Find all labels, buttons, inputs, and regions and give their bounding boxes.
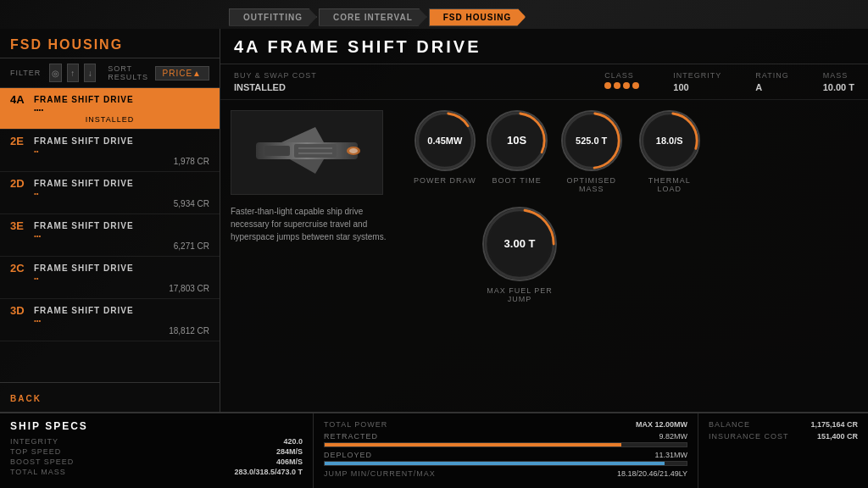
- tab-outfitting[interactable]: OUTFITTING: [229, 8, 317, 26]
- item-class-2: 2D: [10, 177, 27, 190]
- sort-value: PRICE: [163, 69, 193, 78]
- balance-row: BALANCE 1,175,164 CR: [709, 420, 858, 429]
- item-name-0: FRAME SHIFT DRIVE: [34, 95, 134, 104]
- deployed-bar-bg: [324, 461, 687, 466]
- filter-label: FILTER: [10, 69, 41, 77]
- item-installed-0: INSTALLED: [10, 115, 209, 124]
- deployed-value: 11.31MW: [654, 451, 687, 459]
- list-item-3[interactable]: 3E FRAME SHIFT DRIVE ••• 6,271 CR: [0, 214, 220, 257]
- specs-title: SHIP SPECS: [10, 420, 303, 432]
- retracted-label: RETRACTED: [324, 432, 378, 441]
- top-nav: OUTFITTING CORE INTERVAL FSD HOUSING: [0, 0, 868, 29]
- item-dots-5: •••: [34, 317, 209, 324]
- stat-boot-time: 10S BOOT TIME: [487, 110, 548, 185]
- spec-total-mass-value: 283.0/318.5/473.0 T: [234, 468, 303, 476]
- list-item-4[interactable]: 2C FRAME SHIFT DRIVE •• 17,803 CR: [0, 257, 220, 299]
- spec-total-mass-label: TOTAL MASS: [10, 468, 66, 476]
- retracted-label-row: RETRACTED 9.82MW: [324, 432, 687, 441]
- item-dots-3: •••: [34, 232, 209, 240]
- spec-top-speed-value: 284M/S: [276, 447, 303, 456]
- item-name-4: FRAME SHIFT DRIVE: [34, 263, 134, 273]
- filter-btn-desc[interactable]: ↓: [84, 64, 96, 82]
- ship-specs: SHIP SPECS INTEGRITY 420.0 TOP SPEED 284…: [0, 412, 868, 488]
- spec-boost-speed: BOOST SPEED 406M/S: [10, 458, 303, 466]
- fuel-circle: 3.00 T: [482, 207, 557, 281]
- item-dots-4: ••: [34, 274, 209, 282]
- mass-group: MASS 10.00 T: [823, 71, 854, 92]
- retracted-bar-fill: [325, 443, 621, 446]
- sort-select[interactable]: PRICE ▲: [155, 66, 209, 80]
- item-description: Faster-than-light capable ship drive nec…: [231, 205, 397, 243]
- main-panel: 4A FRAME SHIFT DRIVE BUY & SWAP COST INS…: [220, 29, 868, 412]
- integrity-value: 100: [673, 82, 721, 92]
- tab-core-interval[interactable]: CORE INTERVAL: [319, 8, 427, 26]
- optimised-mass-value: 525.0 T: [576, 136, 607, 146]
- stats-area: 0.45MW POWER DRAW 10S: [407, 100, 868, 412]
- list-item-0[interactable]: 4A FRAME SHIFT DRIVE •••• INSTALLED: [0, 88, 220, 130]
- item-price-3: 6,271 CR: [10, 241, 209, 251]
- buy-swap-group: BUY & SWAP COST INSTALLED: [234, 71, 317, 92]
- rating-group: RATING A: [755, 71, 788, 92]
- class-label: CLASS: [604, 71, 639, 80]
- panel-meta: BUY & SWAP COST INSTALLED CLASS INTEGRIT…: [220, 64, 868, 100]
- max-power-value: MAX 12.00MW: [636, 420, 687, 429]
- rating-label: RATING: [755, 71, 788, 80]
- mass-value: 10.00 T: [823, 82, 854, 92]
- item-dots-1: ••: [34, 147, 209, 155]
- item-image-area: Faster-than-light capable ship drive nec…: [220, 100, 407, 412]
- item-price-2: 5,934 CR: [10, 199, 209, 208]
- svg-rect-5: [264, 146, 290, 156]
- spec-top-speed-label: TOP SPEED: [10, 447, 61, 456]
- panel-title: 4A FRAME SHIFT DRIVE: [234, 37, 854, 57]
- item-name-3: FRAME SHIFT DRIVE: [34, 221, 134, 230]
- fuel-label: MAX FUEL PER JUMP: [481, 286, 558, 303]
- content-area: FSD HOUSING FILTER ◎ ↑ ↓ SORT RESULTS PR…: [0, 29, 868, 412]
- specs-middle: TOTAL POWER MAX 12.00MW RETRACTED 9.82MW…: [314, 413, 698, 488]
- list-item-5[interactable]: 3D FRAME SHIFT DRIVE ••• 18,812 CR: [0, 299, 220, 341]
- svg-marker-2: [290, 159, 324, 174]
- svg-point-4: [349, 148, 358, 153]
- rating-value: A: [755, 82, 788, 92]
- filter-btn-target[interactable]: ◎: [49, 64, 61, 82]
- list-item-2[interactable]: 2D FRAME SHIFT DRIVE •• 5,934 CR: [0, 172, 220, 214]
- stats-row-1: 0.45MW POWER DRAW 10S: [414, 110, 861, 193]
- item-name-1: FRAME SHIFT DRIVE: [34, 136, 134, 146]
- spec-total-mass: TOTAL MASS 283.0/318.5/473.0 T: [10, 468, 303, 476]
- specs-right: BALANCE 1,175,164 CR INSURANCE COST 151,…: [698, 413, 868, 488]
- retracted-value: 9.82MW: [659, 432, 687, 441]
- item-name-2: FRAME SHIFT DRIVE: [34, 179, 134, 188]
- retracted-power-row: RETRACTED 9.82MW: [324, 432, 687, 447]
- mass-label: MASS: [823, 71, 854, 80]
- back-button[interactable]: BACK: [0, 382, 220, 412]
- sidebar-title: FSD HOUSING: [10, 37, 209, 53]
- item-price-5: 18,812 CR: [10, 326, 209, 336]
- sidebar: FSD HOUSING FILTER ◎ ↑ ↓ SORT RESULTS PR…: [0, 29, 220, 412]
- insurance-value: 151,400 CR: [817, 432, 858, 441]
- fsd-svg: [248, 119, 366, 186]
- thermal-load-circle: 18.0/S: [639, 110, 700, 171]
- buy-swap-label: BUY & SWAP COST: [234, 71, 317, 80]
- integrity-label: INTEGRITY: [673, 71, 721, 80]
- stat-thermal-load: 18.0/S THERMAL LOAD: [636, 110, 704, 193]
- integrity-group: INTEGRITY 100: [673, 71, 721, 92]
- balance-label: BALANCE: [709, 420, 750, 429]
- jump-value: 18.18/20.46/21.49LY: [617, 469, 687, 478]
- tab-fsd-housing[interactable]: FSD HOUSING: [429, 8, 526, 26]
- total-power-label: TOTAL POWER: [324, 420, 387, 429]
- boot-time-circle: 10S: [487, 110, 548, 171]
- item-class-0: 4A: [10, 93, 27, 106]
- item-list: 4A FRAME SHIFT DRIVE •••• INSTALLED 2E F…: [0, 88, 220, 382]
- list-item-1[interactable]: 2E FRAME SHIFT DRIVE •• 1,978 CR: [0, 130, 220, 172]
- specs-left: SHIP SPECS INTEGRITY 420.0 TOP SPEED 284…: [0, 413, 314, 488]
- buy-swap-value: INSTALLED: [234, 82, 317, 92]
- panel-header: 4A FRAME SHIFT DRIVE: [220, 29, 868, 64]
- item-price-1: 1,978 CR: [10, 157, 209, 166]
- class-group: CLASS: [604, 71, 639, 92]
- boot-time-label: BOOT TIME: [492, 176, 542, 185]
- retracted-bar-bg: [324, 442, 687, 447]
- power-draw-value: 0.45MW: [427, 136, 462, 146]
- item-price-4: 17,803 CR: [10, 284, 209, 293]
- boot-time-value: 10S: [507, 135, 526, 147]
- item-class-3: 3E: [10, 219, 27, 232]
- filter-btn-asc[interactable]: ↑: [67, 64, 79, 82]
